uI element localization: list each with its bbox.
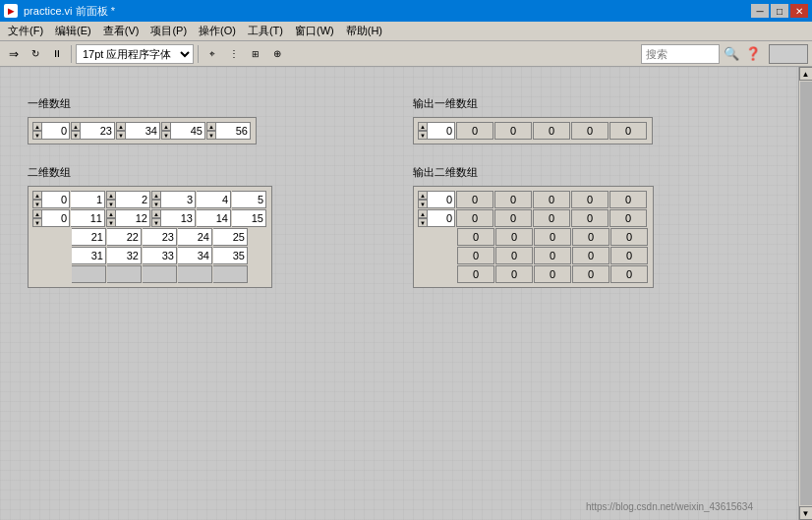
array2d-ridx1-down[interactable]: ▼	[32, 200, 42, 208]
array2d-r4c5[interactable]	[213, 247, 248, 264]
out-array2d-ridx2-up[interactable]: ▲	[418, 209, 428, 218]
array2d-r1c3-up[interactable]: ▲	[151, 191, 161, 200]
menu-file[interactable]: 文件(F)	[2, 22, 49, 40]
array2d-r3c3[interactable]	[143, 228, 177, 246]
array1d-val3-down[interactable]: ▼	[161, 131, 171, 140]
search-input[interactable]	[641, 44, 720, 64]
array2d-r1c3[interactable]	[161, 191, 196, 208]
run-cont-button[interactable]: ↻	[26, 44, 45, 64]
array1d-val2-up[interactable]: ▲	[116, 122, 126, 131]
array1d-index-field[interactable]	[42, 122, 70, 140]
array2d-r2c1[interactable]	[71, 209, 105, 227]
menu-tools[interactable]: 工具(T)	[242, 22, 289, 40]
array2d-r1c4[interactable]	[197, 191, 231, 208]
menu-operate[interactable]: 操作(O)	[193, 22, 242, 40]
scroll-thumb[interactable]	[800, 82, 812, 505]
array2d-ridx1-up[interactable]: ▲	[32, 191, 42, 200]
abort-button[interactable]: ⏸	[47, 44, 67, 64]
array2d-r5c3[interactable]	[143, 265, 177, 283]
array2d-r4c4[interactable]	[178, 247, 212, 264]
scroll-down[interactable]: ▼	[799, 506, 813, 520]
maximize-button[interactable]: □	[771, 4, 788, 18]
array2d-ridx2-field[interactable]	[42, 209, 70, 227]
array2d-r3c4[interactable]	[178, 228, 212, 246]
array2d-r1c1[interactable]	[71, 191, 105, 208]
array2d-r5c1[interactable]	[72, 265, 106, 283]
search-button[interactable]: 🔍	[722, 44, 741, 64]
menu-help[interactable]: 帮助(H)	[340, 22, 388, 40]
array2d-ridx2-up[interactable]: ▲	[32, 209, 42, 218]
menu-project[interactable]: 项目(P)	[145, 22, 193, 40]
array1d-val1-up[interactable]: ▲	[71, 122, 81, 131]
array2d-r2c2[interactable]	[116, 209, 150, 227]
close-button[interactable]: ✕	[790, 4, 808, 18]
array2d-r2c3-up[interactable]: ▲	[151, 209, 161, 218]
array2d-r2c3-down[interactable]: ▼	[151, 218, 161, 227]
array2d-r5c5[interactable]	[213, 265, 248, 283]
minimize-button[interactable]: ─	[751, 4, 769, 18]
array2d-r2c3[interactable]	[161, 209, 196, 227]
scrollbar-right[interactable]: ▲ ▼	[798, 67, 812, 520]
out-2d-r4c4	[572, 247, 609, 264]
array2d-r2c2-down[interactable]: ▼	[106, 218, 116, 227]
out-array2d-ridx1-down[interactable]: ▼	[418, 200, 428, 208]
array2d-r3c1[interactable]	[72, 228, 106, 246]
order-button[interactable]: ⊕	[267, 44, 287, 64]
array2d-r3c5[interactable]	[213, 228, 248, 246]
out-array2d-ridx1-field[interactable]	[428, 191, 455, 208]
array2d-r5c2[interactable]	[107, 265, 142, 283]
out-array2d-ridx2-down[interactable]: ▼	[418, 218, 428, 227]
help-button[interactable]: ❓	[743, 44, 763, 64]
watermark: https://blog.csdn.net/weixin_43615634	[586, 501, 753, 512]
array1d-val4-down[interactable]: ▼	[206, 131, 216, 140]
array1d-val1-arrows[interactable]: ▲ ▼	[71, 122, 81, 140]
array1d-val3-arrows[interactable]: ▲ ▼	[161, 122, 171, 140]
array2d-r2c2-up[interactable]: ▲	[106, 209, 116, 218]
array2d-r4c2[interactable]	[107, 247, 142, 264]
array1d-val2-field[interactable]	[126, 122, 160, 140]
array1d-val3-up[interactable]: ▲	[161, 122, 171, 131]
array2d-r1c2-down[interactable]: ▼	[106, 200, 116, 208]
out-array1d-index-down[interactable]: ▼	[418, 131, 428, 140]
array2d-r3c2[interactable]	[107, 228, 142, 246]
array2d-ridx1-field[interactable]	[42, 191, 70, 208]
array2d-r5c4[interactable]	[178, 265, 212, 283]
array2d-r1c5[interactable]	[232, 191, 266, 208]
array1d-index-arrows[interactable]: ▲ ▼	[32, 122, 42, 140]
array2d-r1c2[interactable]	[116, 191, 150, 208]
array1d-val3-field[interactable]	[171, 122, 205, 140]
main-canvas[interactable]: 一维数组 ▲ ▼ ▲ ▼ ▲ ▼	[0, 67, 812, 520]
out-2d-r3c3	[534, 228, 571, 246]
array1d-val2-down[interactable]: ▼	[116, 131, 126, 140]
array1d-val1-field[interactable]	[81, 122, 115, 140]
run-button[interactable]: ⇒	[4, 44, 24, 64]
array1d-val2-arrows[interactable]: ▲ ▼	[116, 122, 126, 140]
menu-edit[interactable]: 编辑(E)	[49, 22, 97, 40]
array2d-r4c3[interactable]	[143, 247, 177, 264]
distribute-button[interactable]: ⋮	[224, 44, 244, 64]
array1d-val4-field[interactable]	[216, 122, 251, 140]
out-array1d-index-field[interactable]	[428, 122, 455, 140]
menu-view[interactable]: 查看(V)	[97, 22, 145, 40]
array2d-ridx2-down[interactable]: ▼	[32, 218, 42, 227]
resize-button[interactable]: ⊞	[246, 44, 265, 64]
menu-window[interactable]: 窗口(W)	[289, 22, 340, 40]
font-select[interactable]: 17pt 应用程序字体	[76, 44, 194, 64]
array1d-val4-up[interactable]: ▲	[206, 122, 216, 131]
out-array2d-row3	[457, 228, 649, 246]
out-array1d-index-up[interactable]: ▲	[418, 122, 428, 131]
array1d-val4-arrows[interactable]: ▲ ▼	[206, 122, 216, 140]
scroll-up[interactable]: ▲	[799, 67, 813, 81]
array2d-r1c2-up[interactable]: ▲	[106, 191, 116, 200]
array2d-r2c5[interactable]	[232, 209, 266, 227]
out-array2d-ridx1-up[interactable]: ▲	[418, 191, 428, 200]
array1d-index-down[interactable]: ▼	[32, 131, 42, 140]
out-array2d-ridx2-field[interactable]	[428, 209, 455, 227]
array1d-val1-down[interactable]: ▼	[71, 131, 81, 140]
array2d-r4c1[interactable]	[72, 247, 106, 264]
align-button[interactable]: ⌖	[203, 44, 222, 64]
array2d-r1c3-down[interactable]: ▼	[151, 200, 161, 208]
array2d-r2c4[interactable]	[197, 209, 231, 227]
array1d-index-up[interactable]: ▲	[32, 122, 42, 131]
array1d-label: 一维数组	[28, 96, 257, 111]
